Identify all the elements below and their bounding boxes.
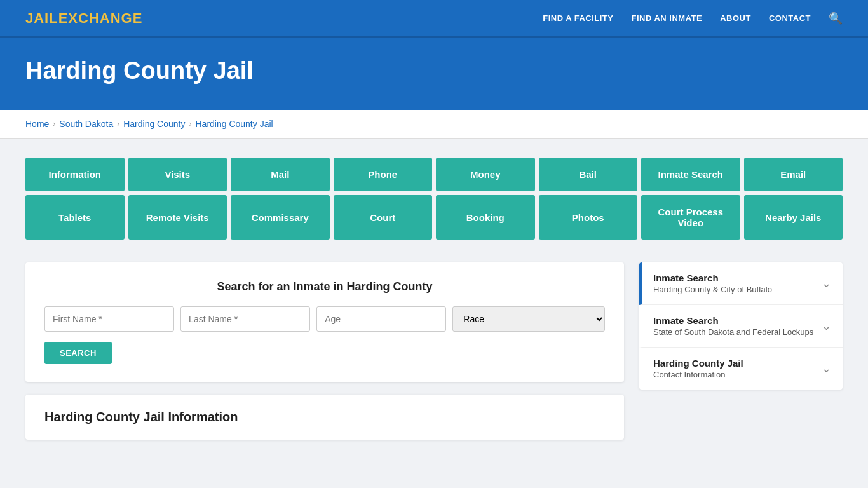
inmate-search-section: Search for an Inmate in Harding County R… xyxy=(25,262,624,382)
chevron-down-icon-3: ⌄ xyxy=(822,362,831,376)
chevron-down-icon-2: ⌄ xyxy=(822,319,831,333)
btn-commissary[interactable]: Commissary xyxy=(231,195,330,240)
main-nav: FIND A FACILITY FIND AN INMATE ABOUT CON… xyxy=(543,11,843,25)
race-select[interactable]: Race White Black Hispanic Asian Other xyxy=(452,306,605,332)
info-section-title: Harding County Jail Information xyxy=(44,410,605,424)
sidebar-card: Inmate Search Harding County & City of B… xyxy=(639,262,843,390)
sidebar-item-subtitle-3: Contact Information xyxy=(653,370,815,379)
btn-email[interactable]: Email xyxy=(744,158,843,191)
content-row: Search for an Inmate in Harding County R… xyxy=(25,262,843,440)
search-button[interactable]: SEARCH xyxy=(44,342,112,364)
hero-section: Harding County Jail xyxy=(0,38,868,110)
age-input[interactable] xyxy=(316,306,446,332)
first-name-input[interactable] xyxy=(44,306,174,332)
breadcrumb-sep-3: › xyxy=(189,119,191,128)
sidebar-item-title-2: Inmate Search xyxy=(653,315,815,326)
logo-exchange: EXCHANGE xyxy=(58,10,143,26)
btn-court[interactable]: Court xyxy=(334,195,433,240)
page-title: Harding County Jail xyxy=(25,57,843,85)
jail-info-section: Harding County Jail Information xyxy=(25,395,624,440)
nav-find-facility[interactable]: FIND A FACILITY xyxy=(543,13,613,23)
sidebar-item-inmate-search-sd[interactable]: Inmate Search State of South Dakota and … xyxy=(639,305,843,348)
search-fields: Race White Black Hispanic Asian Other xyxy=(44,306,605,332)
chevron-down-icon-1: ⌄ xyxy=(822,276,831,290)
sidebar: Inmate Search Harding County & City of B… xyxy=(639,262,843,392)
sidebar-item-text-1: Inmate Search Harding County & City of B… xyxy=(653,273,815,294)
btn-court-process-video[interactable]: Court Process Video xyxy=(641,195,740,240)
sidebar-item-title-1: Inmate Search xyxy=(653,273,815,283)
btn-visits[interactable]: Visits xyxy=(128,158,227,191)
breadcrumb-sep-2: › xyxy=(117,119,119,128)
sidebar-item-title-3: Harding County Jail xyxy=(653,358,815,369)
btn-tablets[interactable]: Tablets xyxy=(25,195,125,240)
breadcrumb-harding-county-jail[interactable]: Harding County Jail xyxy=(195,119,273,129)
btn-information[interactable]: Information xyxy=(25,158,125,191)
btn-money[interactable]: Money xyxy=(436,158,535,191)
sidebar-item-contact-info[interactable]: Harding County Jail Contact Information … xyxy=(639,348,843,390)
btn-mail[interactable]: Mail xyxy=(231,158,330,191)
category-button-grid: Information Visits Mail Phone Money Bail… xyxy=(25,158,843,243)
breadcrumb-bar: Home › South Dakota › Harding County › H… xyxy=(0,110,868,139)
sidebar-item-text-3: Harding County Jail Contact Information xyxy=(653,358,815,379)
breadcrumb-sep-1: › xyxy=(53,119,55,128)
breadcrumb: Home › South Dakota › Harding County › H… xyxy=(25,119,843,129)
btn-booking[interactable]: Booking xyxy=(436,195,535,240)
main-content: Information Visits Mail Phone Money Bail… xyxy=(0,139,868,459)
site-logo[interactable]: JAILEXCHANGE xyxy=(25,10,142,27)
search-icon[interactable]: 🔍 xyxy=(829,11,843,25)
sidebar-item-subtitle-1: Harding County & City of Buffalo xyxy=(653,285,815,294)
btn-remote-visits[interactable]: Remote Visits xyxy=(128,195,227,240)
btn-inmate-search[interactable]: Inmate Search xyxy=(641,158,740,191)
breadcrumb-home[interactable]: Home xyxy=(25,119,49,129)
btn-nearby-jails[interactable]: Nearby Jails xyxy=(744,195,843,240)
nav-contact[interactable]: CONTACT xyxy=(769,13,811,23)
nav-find-inmate[interactable]: FIND AN INMATE xyxy=(631,13,702,23)
sidebar-item-text-2: Inmate Search State of South Dakota and … xyxy=(653,315,815,337)
btn-phone[interactable]: Phone xyxy=(334,158,433,191)
last-name-input[interactable] xyxy=(180,306,310,332)
sidebar-item-inmate-search-harding[interactable]: Inmate Search Harding County & City of B… xyxy=(639,262,843,305)
breadcrumb-harding-county[interactable]: Harding County xyxy=(123,119,185,129)
btn-bail[interactable]: Bail xyxy=(539,158,638,191)
search-title: Search for an Inmate in Harding County xyxy=(44,280,605,294)
sidebar-item-subtitle-2: State of South Dakota and Federal Lockup… xyxy=(653,327,815,337)
breadcrumb-south-dakota[interactable]: South Dakota xyxy=(59,119,113,129)
nav-about[interactable]: ABOUT xyxy=(720,13,751,23)
btn-photos[interactable]: Photos xyxy=(539,195,638,240)
site-header: JAILEXCHANGE FIND A FACILITY FIND AN INM… xyxy=(0,0,868,38)
logo-jail: JAIL xyxy=(25,10,58,26)
left-column: Search for an Inmate in Harding County R… xyxy=(25,262,624,440)
